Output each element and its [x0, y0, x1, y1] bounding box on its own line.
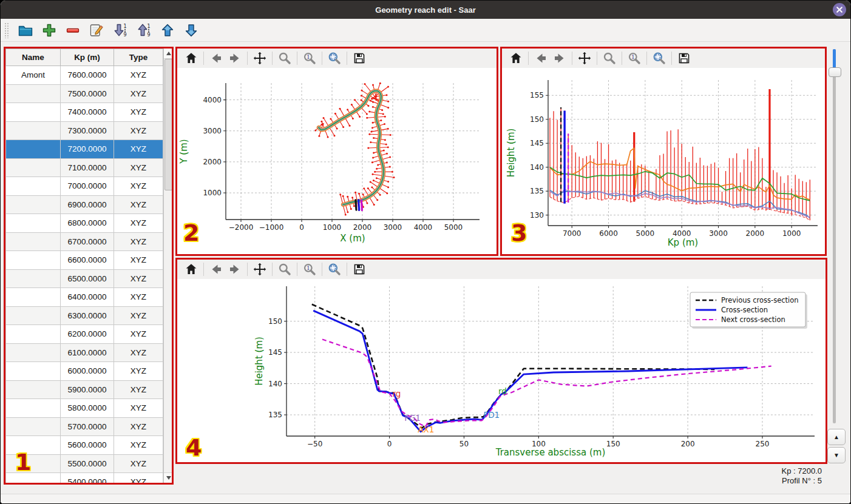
table-cell[interactable]: XYZ — [114, 269, 163, 288]
table-cell[interactable] — [6, 343, 61, 362]
forward-button[interactable] — [226, 260, 244, 278]
table-cell[interactable]: 6600.0000 — [61, 251, 114, 270]
close-button[interactable] — [833, 3, 846, 16]
table-cell[interactable] — [6, 269, 61, 288]
profile-slider[interactable] — [833, 49, 836, 423]
table-cell[interactable]: XYZ — [114, 325, 163, 344]
table-cell[interactable] — [6, 84, 61, 103]
table-cell[interactable]: 6800.0000 — [61, 214, 114, 233]
table-cell[interactable]: 5600.0000 — [61, 436, 114, 455]
table-cell[interactable]: 6700.0000 — [61, 232, 114, 251]
table-row[interactable]: 5900.0000XYZ — [6, 380, 163, 399]
table-row[interactable]: 6700.0000XYZ — [6, 232, 163, 251]
table-cell[interactable]: XYZ — [114, 473, 163, 483]
home-button[interactable] — [182, 49, 200, 67]
table-row[interactable]: 6100.0000XYZ — [6, 343, 163, 362]
table-row[interactable]: 7000.0000XYZ — [6, 177, 163, 196]
table-cell[interactable] — [6, 195, 61, 214]
table-cell[interactable]: 7100.0000 — [61, 158, 114, 177]
zoom-select-button[interactable] — [325, 49, 344, 67]
column-header-type[interactable]: Type — [114, 49, 163, 66]
table-cell[interactable] — [6, 380, 61, 399]
table-cell[interactable]: XYZ — [114, 288, 163, 307]
pan-button[interactable] — [251, 260, 269, 278]
home-button[interactable] — [507, 49, 525, 67]
zoom-one-button[interactable]: 1 — [625, 49, 643, 67]
table-cell[interactable]: XYZ — [114, 140, 163, 159]
home-button[interactable] — [182, 260, 200, 278]
table-cell[interactable]: 7600.0000 — [61, 66, 114, 85]
table-row[interactable]: 6900.0000XYZ — [6, 195, 163, 214]
table-cell[interactable] — [6, 362, 61, 381]
table-cell[interactable]: 5800.0000 — [61, 399, 114, 418]
table-cell[interactable]: 7000.0000 — [61, 177, 114, 196]
table-cell[interactable] — [6, 436, 61, 455]
table-cell[interactable]: 6000.0000 — [61, 362, 114, 381]
table-cell[interactable]: 7300.0000 — [61, 121, 114, 140]
table-cell[interactable] — [6, 177, 61, 196]
table-cell[interactable]: XYZ — [114, 362, 163, 381]
table-cell[interactable]: 6100.0000 — [61, 343, 114, 362]
table-row[interactable]: 6200.0000XYZ — [6, 325, 163, 344]
table-cell[interactable]: 6400.0000 — [61, 288, 114, 307]
profile-slider-handle[interactable] — [829, 67, 841, 77]
table-cell[interactable]: 6900.0000 — [61, 195, 114, 214]
add-cross-section-button[interactable] — [39, 20, 59, 40]
table-cell[interactable] — [6, 232, 61, 251]
move-up-button[interactable] — [157, 20, 177, 40]
remove-cross-section-button[interactable] — [63, 20, 83, 40]
table-row[interactable]: 5800.0000XYZ — [6, 399, 163, 418]
table-cell[interactable] — [6, 121, 61, 140]
back-button[interactable] — [207, 49, 225, 67]
table-cell[interactable]: XYZ — [114, 66, 163, 85]
table-row[interactable]: 7200.0000XYZ — [6, 140, 163, 159]
table-cell[interactable]: XYZ — [114, 121, 163, 140]
zoom-select-button[interactable] — [650, 49, 668, 67]
zoom-button[interactable] — [276, 260, 294, 278]
zoom-select-button[interactable] — [325, 260, 344, 278]
forward-button[interactable] — [226, 49, 244, 67]
back-button[interactable] — [532, 49, 550, 67]
table-cell[interactable]: 5700.0000 — [61, 417, 114, 436]
table-row[interactable]: 6600.0000XYZ — [6, 251, 163, 270]
table-cell[interactable]: XYZ — [114, 214, 163, 233]
table-cell[interactable]: XYZ — [114, 195, 163, 214]
table-cell[interactable]: XYZ — [114, 436, 163, 455]
table-scrollbar[interactable] — [163, 49, 172, 483]
table-row[interactable]: 7300.0000XYZ — [6, 121, 163, 140]
open-file-button[interactable] — [15, 20, 35, 40]
table-cell[interactable] — [6, 306, 61, 325]
zoom-one-button[interactable]: 1 — [300, 49, 319, 67]
table-cell[interactable]: XYZ — [114, 399, 163, 418]
table-cell[interactable] — [6, 417, 61, 436]
scroll-down-button[interactable] — [164, 472, 172, 483]
plan-view-chart[interactable]: −2000−1000010002000300040005000100020003… — [177, 68, 497, 254]
cross-sections-table[interactable]: Name Kp (m) Type Amont7600.0000XYZ7500.0… — [5, 49, 163, 483]
table-cell[interactable] — [6, 454, 61, 473]
table-cell[interactable]: XYZ — [114, 454, 163, 473]
table-cell[interactable] — [6, 140, 61, 159]
table-cell[interactable]: 5900.0000 — [61, 380, 114, 399]
table-row[interactable]: 7400.0000XYZ — [6, 103, 163, 122]
table-cell[interactable] — [6, 473, 61, 483]
longitudinal-profile-chart[interactable]: 7000600050004000300020001000130135140145… — [502, 68, 825, 254]
zoom-button[interactable] — [276, 49, 294, 67]
column-header-kp[interactable]: Kp (m) — [61, 49, 114, 66]
table-cell[interactable]: 5500.0000 — [61, 454, 114, 473]
table-cell[interactable] — [6, 103, 61, 122]
table-cell[interactable]: XYZ — [114, 380, 163, 399]
forward-button[interactable] — [551, 49, 569, 67]
pan-button[interactable] — [575, 49, 594, 67]
sort-descending-button[interactable]: 1 9 — [110, 20, 130, 40]
table-row[interactable]: 6800.0000XYZ — [6, 214, 163, 233]
table-scrollbar-thumb[interactable] — [164, 59, 172, 190]
table-cell[interactable]: XYZ — [114, 417, 163, 436]
table-row[interactable]: 6300.0000XYZ — [6, 306, 163, 325]
table-cell[interactable]: 5400.0000 — [61, 473, 114, 483]
zoom-button[interactable] — [600, 49, 619, 67]
save-button[interactable] — [350, 260, 368, 278]
table-row[interactable]: 7100.0000XYZ — [6, 158, 163, 177]
titlebar[interactable]: Geometry reach edit - Saar — [1, 1, 850, 19]
edit-cross-section-button[interactable] — [86, 20, 106, 40]
pan-button[interactable] — [251, 49, 269, 67]
